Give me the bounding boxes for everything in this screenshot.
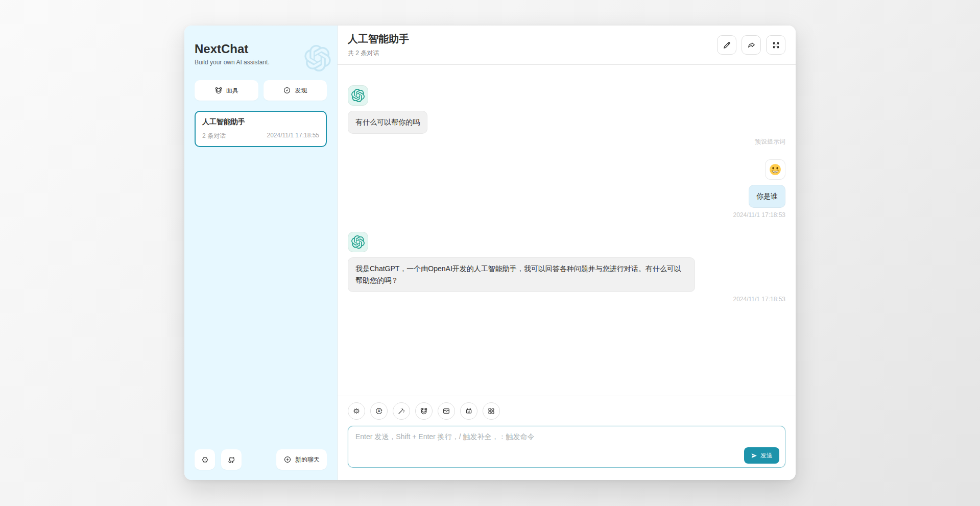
settings-button[interactable] [195, 449, 215, 470]
send-button[interactable]: 发送 [744, 447, 779, 464]
chat-list-item-selected[interactable]: 人工智能助手 2 条对话 2024/11/1 17:18:55 [195, 111, 327, 147]
chat-item-count: 2 条对话 [202, 132, 226, 140]
discover-button[interactable]: 发现 [264, 80, 327, 101]
sidebar-footer: 新的聊天 [195, 449, 327, 470]
chat-header: 人工智能助手 共 2 条对话 [338, 26, 796, 65]
user-message: 你是谁 2024/11/1 17:18:53 [348, 159, 785, 219]
openai-watermark-icon [304, 45, 331, 71]
assistant-avatar [348, 232, 368, 252]
rename-button[interactable] [717, 35, 736, 55]
share-arrow-icon [747, 41, 756, 50]
discover-icon [283, 86, 291, 94]
composer: A [338, 396, 796, 480]
assistant-avatar [348, 85, 368, 106]
chat-item-title: 人工智能助手 [202, 117, 319, 127]
sidebar: NextChat Build your own AI assistant. 面具 [184, 26, 338, 480]
user-avatar [765, 159, 785, 180]
github-icon [227, 455, 236, 464]
new-chat-button[interactable]: 新的聊天 [276, 449, 327, 470]
smiley-emoji-icon [769, 163, 782, 176]
new-chat-button-label: 新的聊天 [295, 455, 320, 464]
github-button[interactable] [221, 449, 242, 470]
discover-button-label: 发现 [295, 86, 307, 95]
plus-circle-icon [283, 455, 292, 464]
chat-subtitle: 共 2 条对话 [348, 49, 409, 58]
message-timestamp: 2024/11/1 17:18:53 [733, 211, 785, 219]
clear-context-icon [442, 407, 450, 415]
send-plane-icon [751, 452, 757, 459]
theme-toggle-button[interactable]: A [370, 402, 388, 420]
message-bubble[interactable]: 我是ChatGPT，一个由OpenAI开发的人工智能助手，我可以回答各种问题并与… [348, 257, 695, 292]
composer-toolbar: A [348, 402, 785, 420]
chat-item-info: 2 条对话 2024/11/1 17:18:55 [202, 132, 319, 140]
magic-wand-icon [397, 407, 405, 415]
pencil-icon [723, 41, 731, 50]
openai-logo-icon [351, 89, 365, 102]
clear-context-button[interactable] [438, 402, 455, 420]
masks-button-label: 面具 [226, 86, 238, 95]
settings-icon [201, 455, 209, 464]
prompt-commands-button[interactable] [393, 402, 410, 420]
mask-icon [214, 86, 223, 94]
shortcut-grid-icon [487, 407, 495, 415]
message-list[interactable]: 有什么可以帮你的吗 预设提示词 你是谁 [338, 65, 796, 396]
shortcut-keys-button[interactable] [483, 402, 500, 420]
nextchat-window: NextChat Build your own AI assistant. 面具 [184, 26, 796, 480]
assistant-message: 我是ChatGPT，一个由OpenAI开发的人工智能助手，我可以回答各种问题并与… [348, 232, 785, 303]
message-bubble[interactable]: 你是谁 [749, 185, 785, 208]
svg-text:A: A [378, 409, 380, 413]
fullscreen-icon [772, 41, 780, 50]
robot-icon [465, 407, 473, 415]
message-timestamp: 2024/11/1 17:18:53 [733, 296, 785, 303]
share-button[interactable] [742, 35, 761, 55]
assistant-message: 有什么可以帮你的吗 预设提示词 [348, 85, 785, 146]
masks-button[interactable]: 面具 [195, 80, 258, 101]
model-settings-button[interactable] [348, 402, 365, 420]
model-select-button[interactable] [460, 402, 477, 420]
chat-header-text: 人工智能助手 共 2 条对话 [348, 32, 409, 58]
chat-header-actions [717, 35, 785, 55]
chat-input[interactable] [348, 426, 785, 468]
openai-logo-icon [351, 235, 365, 249]
masks-toolbar-button[interactable] [415, 402, 433, 420]
auto-theme-icon: A [375, 407, 383, 415]
chat-title: 人工智能助手 [348, 32, 409, 46]
chat-item-time: 2024/11/1 17:18:55 [267, 132, 319, 140]
mask-icon [420, 407, 428, 415]
sidebar-nav: 面具 发现 [195, 80, 327, 101]
fullscreen-button[interactable] [766, 35, 785, 55]
gear-icon [352, 407, 361, 415]
chat-panel: 人工智能助手 共 2 条对话 [338, 26, 796, 480]
message-bubble[interactable]: 有什么可以帮你的吗 [348, 111, 427, 134]
message-meta: 预设提示词 [755, 137, 785, 146]
send-button-label: 发送 [760, 451, 773, 460]
composer-input-area: 发送 [348, 426, 785, 470]
